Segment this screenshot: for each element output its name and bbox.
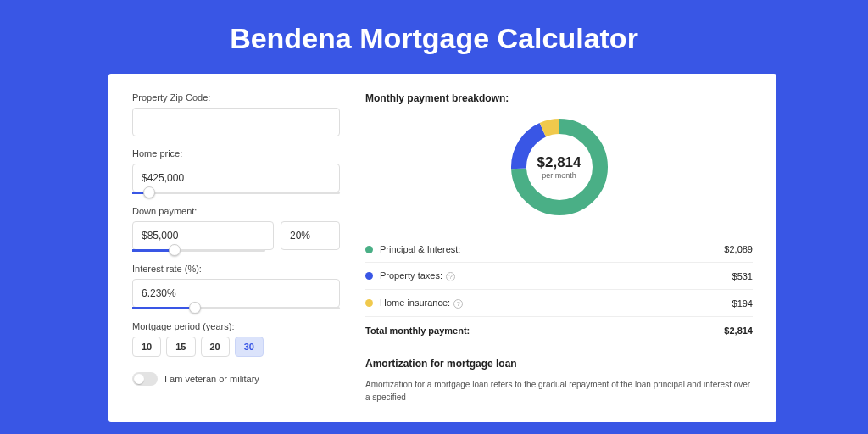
legend-dot bbox=[365, 299, 373, 307]
page-title: Bendena Mortgage Calculator bbox=[0, 0, 868, 74]
period-button-20[interactable]: 20 bbox=[201, 337, 230, 357]
veteran-row: I am veteran or military bbox=[132, 372, 340, 386]
interest-slider[interactable] bbox=[132, 307, 340, 309]
home-price-input[interactable] bbox=[132, 164, 340, 192]
input-form: Property Zip Code: Home price: Down paym… bbox=[132, 92, 340, 403]
interest-field: Interest rate (%): bbox=[132, 264, 340, 309]
breakdown-title: Monthly payment breakdown: bbox=[365, 92, 753, 104]
zip-field: Property Zip Code: bbox=[132, 92, 340, 136]
veteran-toggle[interactable] bbox=[132, 372, 158, 386]
legend-label: Principal & Interest: bbox=[380, 244, 724, 254]
legend-row: Property taxes:?$531 bbox=[365, 263, 753, 290]
veteran-label: I am veteran or military bbox=[164, 374, 259, 384]
down-payment-label: Down payment: bbox=[132, 206, 340, 216]
period-button-15[interactable]: 15 bbox=[166, 337, 195, 357]
home-price-slider[interactable] bbox=[132, 192, 340, 194]
slider-thumb[interactable] bbox=[169, 244, 181, 256]
legend-row: Home insurance:?$194 bbox=[365, 290, 753, 317]
legend-dot bbox=[365, 246, 373, 253]
donut-center: $2,814 per month bbox=[509, 116, 610, 218]
period-button-10[interactable]: 10 bbox=[132, 337, 161, 357]
legend-value: $2,089 bbox=[724, 244, 753, 254]
legend: Principal & Interest:$2,089Property taxe… bbox=[365, 236, 753, 317]
slider-thumb[interactable] bbox=[143, 186, 155, 198]
legend-label: Property taxes:? bbox=[380, 270, 732, 281]
interest-label: Interest rate (%): bbox=[132, 264, 340, 274]
legend-value: $194 bbox=[732, 298, 753, 309]
donut-chart: $2,814 per month bbox=[365, 116, 753, 218]
breakdown-panel: Monthly payment breakdown: $2,814 per mo… bbox=[365, 92, 753, 403]
period-button-row: 10152030 bbox=[132, 337, 340, 357]
amortization-text: Amortization for a mortgage loan refers … bbox=[365, 378, 753, 403]
total-value: $2,814 bbox=[724, 326, 753, 336]
total-label: Total monthly payment: bbox=[365, 326, 724, 336]
donut-sub: per month bbox=[542, 171, 576, 180]
donut-amount: $2,814 bbox=[537, 154, 581, 171]
down-payment-input[interactable] bbox=[132, 221, 274, 250]
down-payment-pct-input[interactable] bbox=[281, 221, 340, 250]
period-label: Mortgage period (years): bbox=[132, 321, 340, 331]
total-row: Total monthly payment: $2,814 bbox=[365, 317, 753, 349]
legend-value: $531 bbox=[732, 271, 753, 281]
period-field: Mortgage period (years): 10152030 bbox=[132, 321, 340, 357]
info-icon[interactable]: ? bbox=[446, 272, 455, 281]
down-payment-field: Down payment: bbox=[132, 206, 340, 252]
legend-row: Principal & Interest:$2,089 bbox=[365, 236, 753, 263]
home-price-label: Home price: bbox=[132, 148, 340, 159]
zip-label: Property Zip Code: bbox=[132, 92, 340, 103]
calculator-panel: Property Zip Code: Home price: Down paym… bbox=[108, 74, 776, 422]
down-payment-slider[interactable] bbox=[132, 249, 265, 252]
zip-input[interactable] bbox=[132, 108, 340, 136]
legend-label: Home insurance:? bbox=[380, 298, 732, 309]
period-button-30[interactable]: 30 bbox=[235, 337, 264, 357]
amortization-title: Amortization for mortgage loan bbox=[365, 358, 753, 370]
interest-input[interactable] bbox=[132, 279, 340, 308]
info-icon[interactable]: ? bbox=[453, 299, 463, 309]
home-price-field: Home price: bbox=[132, 148, 340, 194]
slider-thumb[interactable] bbox=[189, 302, 201, 314]
legend-dot bbox=[365, 272, 373, 280]
